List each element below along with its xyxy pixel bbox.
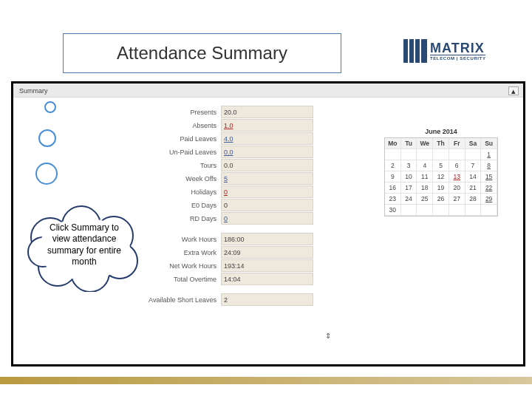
calendar-day-cell <box>466 149 482 160</box>
summary-row: Week Offs5 <box>139 172 324 185</box>
summary-row: Paid Leaves4.0 <box>139 132 324 145</box>
brand-logo: MATRIX TELECOM | SECURITY <box>403 35 511 66</box>
collapse-button[interactable]: ▴ <box>508 86 519 95</box>
summary-row-label: Total Overtime <box>139 276 221 283</box>
calendar-day-cell[interactable]: 22 <box>481 183 497 194</box>
calendar-header-cell: Sa <box>466 138 482 149</box>
callout-text: Click Summary to view attendance summary… <box>40 222 129 267</box>
summary-row-value: 24:09 <box>221 246 313 259</box>
summary-row: Tours0.0 <box>139 159 324 171</box>
calendar-day-cell <box>417 149 433 160</box>
guide-dot-small-icon <box>44 101 56 113</box>
calendar-day-cell <box>401 205 417 216</box>
resize-handle-icon[interactable]: ⇕ <box>325 332 331 340</box>
calendar-day-cell[interactable]: 7 <box>466 160 482 171</box>
calendar-day-cell[interactable]: 12 <box>433 171 449 183</box>
calendar-day-cell[interactable]: 2 <box>385 160 401 171</box>
summary-row-label: Work Hours <box>139 236 221 243</box>
summary-row-label: Holidays <box>139 188 221 196</box>
calendar-day-cell[interactable]: 15 <box>481 171 497 183</box>
calendar-day-cell[interactable]: 8 <box>481 160 497 171</box>
summary-row-value[interactable]: 5 <box>221 172 313 185</box>
summary-row-label: Absents <box>139 122 221 129</box>
summary-row: Un-Paid Leaves0.0 <box>139 146 324 158</box>
summary-row: Net Work Hours193:14 <box>139 259 324 272</box>
calendar-day-cell[interactable]: 19 <box>433 183 449 194</box>
calendar-day-cell[interactable]: 20 <box>449 183 466 194</box>
summary-row: RD Days0 <box>139 212 324 225</box>
summary-row: Extra Work24:09 <box>139 246 324 259</box>
guide-dot-large-icon <box>35 163 58 185</box>
calendar-day-cell[interactable]: 25 <box>417 194 433 205</box>
calendar-day-cell <box>417 205 433 216</box>
summary-row-value: 1.0 <box>221 119 313 132</box>
summary-row-label: Extra Work <box>139 249 221 256</box>
calendar-day-cell[interactable]: 11 <box>417 171 433 183</box>
calendar-day-cell[interactable]: 18 <box>417 183 433 194</box>
summary-row-label: RD Days <box>139 215 221 222</box>
summary-row: Absents1.0 <box>139 119 324 132</box>
calendar-day-cell[interactable]: 29 <box>481 194 497 205</box>
calendar-day-cell[interactable]: 27 <box>449 194 466 205</box>
calendar-day-cell[interactable]: 6 <box>449 160 466 171</box>
calendar-day-cell[interactable]: 5 <box>433 160 449 171</box>
calendar-day-cell <box>385 149 401 160</box>
calendar-day-cell[interactable]: 24 <box>401 194 417 205</box>
summary-row-value: 193:14 <box>221 259 313 272</box>
calendar-day-cell[interactable]: 3 <box>401 160 417 171</box>
summary-row-label: Tours <box>139 162 221 169</box>
calendar-day-cell <box>401 149 417 160</box>
summary-row-value: 186:00 <box>221 233 313 245</box>
summary-row: Available Short Leaves2 <box>139 293 324 306</box>
calendar-day-cell[interactable]: 9 <box>385 171 401 183</box>
calendar-day-cell <box>481 205 497 216</box>
calendar-day-cell[interactable]: 10 <box>401 171 417 183</box>
calendar-header-cell: We <box>417 138 433 149</box>
summary-row-label: Week Offs <box>139 175 221 183</box>
calendar-header-cell: Fr <box>449 138 466 149</box>
calendar-grid: MoTuWeThFrSaSu12345678910111213141516171… <box>384 137 498 216</box>
chevron-up-icon: ▴ <box>511 86 516 96</box>
summary-row-value[interactable]: 0.0 <box>221 146 313 158</box>
summary-row-value: 2 <box>221 293 313 306</box>
logo-bars-icon <box>403 39 427 63</box>
tab-strip: Summary ▴ <box>13 83 523 98</box>
calendar-day-cell <box>433 205 449 216</box>
calendar-day-cell[interactable]: 1 <box>481 149 497 160</box>
summary-row-label: Paid Leaves <box>139 135 221 143</box>
summary-row: E0 Days0 <box>139 199 324 211</box>
calendar-title: June 2014 <box>384 128 498 137</box>
summary-row-value: 20.0 <box>221 106 313 118</box>
calendar-day-cell <box>449 149 466 160</box>
calendar-day-cell[interactable]: 17 <box>401 183 417 194</box>
calendar-day-cell[interactable]: 28 <box>466 194 482 205</box>
calendar-day-cell[interactable]: 23 <box>385 194 401 205</box>
summary-row-label: Net Work Hours <box>139 262 221 270</box>
page-title-box: Attendance Summary <box>63 33 341 73</box>
calendar-day-cell <box>433 149 449 160</box>
calendar-header-cell: Th <box>433 138 449 149</box>
calendar-day-cell <box>466 205 482 216</box>
logo-sub-text: TELECOM | SECURITY <box>430 55 485 61</box>
calendar-day-cell[interactable]: 26 <box>433 194 449 205</box>
summary-row-value[interactable]: 4.0 <box>221 132 313 145</box>
tab-summary[interactable]: Summary <box>15 86 52 96</box>
calendar-day-cell[interactable]: 14 <box>466 171 482 183</box>
summary-row-label: Presents <box>139 109 221 116</box>
summary-row: Work Hours186:00 <box>139 233 324 245</box>
footer-decoration <box>0 377 532 384</box>
summary-row-value[interactable]: 0 <box>221 212 313 225</box>
page-title: Attendance Summary <box>117 43 287 64</box>
summary-row-label: E0 Days <box>139 202 221 209</box>
calendar-header-cell: Su <box>481 138 497 149</box>
summary-rows: Presents20.0Absents1.0Paid Leaves4.0Un-P… <box>139 106 324 307</box>
calendar-day-cell[interactable]: 13 <box>449 171 466 183</box>
calendar-day-cell[interactable]: 16 <box>385 183 401 194</box>
calendar-day-cell[interactable]: 21 <box>466 183 482 194</box>
calendar[interactable]: June 2014 MoTuWeThFrSaSu1234567891011121… <box>384 128 498 216</box>
summary-row-value: 14:04 <box>221 273 313 285</box>
calendar-day-cell[interactable]: 4 <box>417 160 433 171</box>
calendar-header-cell: Mo <box>385 138 401 149</box>
summary-row: Total Overtime14:04 <box>139 273 324 285</box>
calendar-day-cell[interactable]: 30 <box>385 205 401 216</box>
